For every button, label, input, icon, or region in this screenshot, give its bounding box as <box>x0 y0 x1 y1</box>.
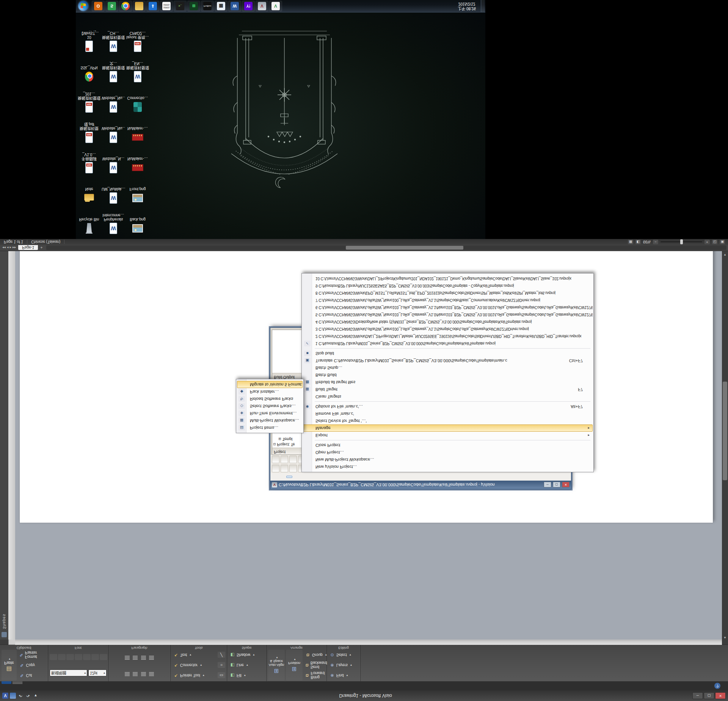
menu-item[interactable]: 7 C:/Users/VCCHANG3/Work/LoRa/SW_Nano100… <box>303 297 593 304</box>
arrange-big-button[interactable]: ⊞ Auto Align & Space <box>268 650 285 681</box>
macro-status-icon[interactable]: ▦ <box>628 240 633 244</box>
ribbon-tab[interactable] <box>42 681 52 684</box>
shape-button[interactable]: ◧ Shadow <box>229 652 265 659</box>
font-family-combo[interactable]: 新細明體▾ <box>50 670 87 676</box>
menu-item[interactable]: Batch Setup… <box>303 364 593 371</box>
submenu-item[interactable]: Migrate to Version 5 Format… <box>237 381 303 388</box>
menu-item[interactable]: 2 C:/Users/VCCHANG3/Work/DALI_2/Project/… <box>303 333 593 340</box>
taskbar-button[interactable]: ▦ <box>215 1 228 11</box>
font-style-button[interactable] <box>58 654 66 660</box>
vertical-scrollbar[interactable]: ▲ ▼ <box>722 251 728 640</box>
desktop-icon[interactable]: 手冊翻譯_V1.0… <box>77 143 101 174</box>
window-switch-icon[interactable]: ◧ <box>635 240 641 244</box>
desktop-icon[interactable]: NuMaker-… <box>126 113 149 143</box>
toolbar-icon[interactable] <box>289 456 297 463</box>
start-button[interactable] <box>78 1 88 11</box>
desktop-icon[interactable]: 簡報資料整理文… <box>102 52 125 83</box>
desktop-icon[interactable]: Recycle Bin <box>77 204 101 234</box>
menu-item[interactable]: Clean Targets <box>303 393 593 400</box>
page-tab[interactable]: Page-1 <box>18 245 38 250</box>
toolbar-icon[interactable] <box>281 456 288 463</box>
menubar-item[interactable] <box>303 476 308 478</box>
maximize-button[interactable]: ▢ <box>553 482 560 488</box>
submenu-item[interactable]: ◇ Select Software Packs… <box>237 402 303 410</box>
desktop-icon[interactable]: Website_Nu… <box>102 113 125 143</box>
ribbon-tab[interactable] <box>62 681 72 684</box>
toolbar-icon[interactable] <box>289 465 297 472</box>
menubar-item[interactable] <box>308 476 314 478</box>
ribbon-tab[interactable] <box>12 681 23 684</box>
submenu-item[interactable]: ↻ Reload Software Packs <box>237 395 303 402</box>
menu-item[interactable] <box>303 400 593 403</box>
shape-button[interactable]: ◧ Fill <box>229 672 265 679</box>
desktop-icon[interactable]: Front.png <box>126 174 149 204</box>
ribbon-tab[interactable] <box>2 681 11 684</box>
font-style-button[interactable] <box>100 654 107 660</box>
justify-icon[interactable] <box>149 656 154 660</box>
ribbon-tab[interactable] <box>33 681 42 684</box>
menu-item[interactable]: Batch Build <box>303 371 593 379</box>
zoom-level[interactable]: 66% <box>643 240 651 244</box>
menu-item[interactable]: Manage ▸ <box>303 424 593 432</box>
desktop-icon[interactable]: Website_N… <box>102 143 125 174</box>
desktop-icon[interactable]: 簡報資料整理_201… <box>77 83 101 113</box>
shapes-panel-collapsed[interactable]: Shapes <box>0 249 9 640</box>
taskbar-button[interactable]: >_ <box>174 1 187 11</box>
taskbar-clock[interactable]: 上午 08:26 2015/2/12 <box>455 2 478 11</box>
zoom-slider[interactable] <box>661 242 702 243</box>
menubar-item[interactable] <box>276 476 281 478</box>
desktop-icon[interactable]: 簡報資料整理.pdf <box>77 113 101 143</box>
taskbar-button[interactable]: O <box>92 1 105 11</box>
bullets-icon[interactable] <box>125 672 130 676</box>
font-style-button[interactable] <box>75 654 82 660</box>
toolbar-icon[interactable] <box>272 456 279 463</box>
scrollbar-thumb[interactable] <box>346 246 463 250</box>
desktop-icon[interactable]: Connectio… <box>126 83 149 113</box>
paste-button[interactable]: ▤ Paste <box>2 650 17 681</box>
taskbar-button[interactable]: V <box>269 1 282 11</box>
menu-item[interactable]: ✱ Options for File 'main.c'… Alt+F7 <box>303 403 593 410</box>
maximize-button[interactable]: ▢ <box>704 692 714 699</box>
align-right-icon[interactable] <box>141 656 146 660</box>
clipboard-small-button[interactable]: ✎ Copy <box>18 662 46 669</box>
tool-button[interactable]: ↖ Connector <box>172 662 216 669</box>
redo-icon[interactable]: ↷ <box>25 693 31 699</box>
clipboard-small-button[interactable]: ✎ Cut <box>18 672 46 679</box>
font-style-button[interactable] <box>91 654 99 660</box>
qat-dropdown-icon[interactable]: ▾ <box>33 693 39 699</box>
desktop-icon[interactable]: 簡報資料整理_EN… <box>126 52 149 83</box>
editing-button[interactable]: ⊙ Layers <box>328 662 359 669</box>
taskbar-button[interactable] <box>133 1 146 11</box>
ribbon-tab[interactable] <box>23 681 33 684</box>
menubar-item[interactable] <box>298 476 303 478</box>
menu-item[interactable]: 8 C:/Users/VCCHANG3/Work/EPD_M1ST_LoRa/M… <box>303 289 593 297</box>
zoom-in-icon[interactable]: + <box>704 240 710 244</box>
menu-item[interactable]: ▣ Translate C:/Nuvoton/B2P Library/M031_… <box>303 357 593 364</box>
taskbar-button[interactable]: S <box>105 1 118 11</box>
taskbar-button[interactable]: ProBee <box>201 1 214 11</box>
desktop-icon[interactable]: 簡報資料整理_CH… <box>102 22 125 52</box>
desktop-icon[interactable]: Back.png <box>126 204 149 234</box>
horizontal-scrollbar[interactable] <box>46 245 726 250</box>
editing-button[interactable]: ⊙ Select <box>328 652 359 659</box>
toolbar-icon[interactable] <box>272 465 279 472</box>
save-icon[interactable] <box>10 693 16 699</box>
insert-page-icon[interactable]: + <box>38 246 45 250</box>
taskbar-button[interactable]: W <box>228 1 241 11</box>
menu-item[interactable]: Close Project <box>303 442 593 449</box>
desktop-icon[interactable]: 10【MiniST… DALI2簡報… <box>77 22 101 52</box>
menu-item[interactable]: ▩ Rebuild all target files <box>303 379 593 386</box>
first-page-icon[interactable]: ◂◂ <box>2 246 6 250</box>
desktop-icon[interactable]: SSL_VPN <box>77 52 101 83</box>
menubar-item[interactable] <box>314 476 319 478</box>
menu-item[interactable]: 4 C:/Users/VCCHANG3/Desktop/New folder (… <box>303 318 593 325</box>
page-count-status[interactable]: Page 1 of 1 <box>0 240 27 244</box>
scrollbar-thumb[interactable] <box>723 382 727 480</box>
desktop-icon[interactable]: Peripherals Interconne… <box>102 204 125 234</box>
last-page-icon[interactable]: ▸▸ <box>13 246 16 250</box>
menu-item[interactable]: Open Project… <box>303 449 593 456</box>
tool-button[interactable]: ↖ Text <box>172 652 216 659</box>
desktop-icon[interactable]: Website_Nu… <box>102 83 125 113</box>
menu-item[interactable]: 5 C:/Users/VCCHANG3/Work/LoRa/SW_Nano103… <box>303 311 593 318</box>
language-status[interactable]: Chinese (Taiwan) <box>27 240 64 244</box>
